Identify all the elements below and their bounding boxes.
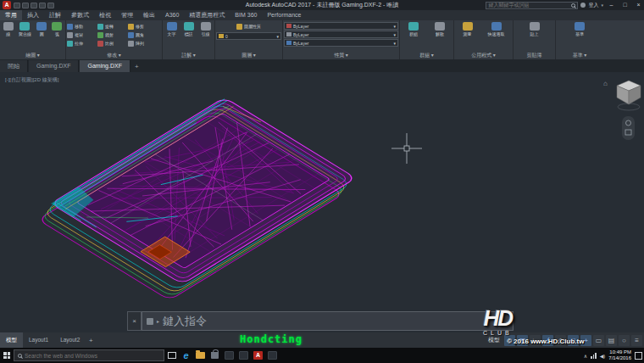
- taskbar-search-input[interactable]: [25, 353, 152, 359]
- modify-scale-button[interactable]: 比例: [97, 39, 128, 47]
- search-icon[interactable]: [571, 3, 575, 8]
- layout-tab-layout1[interactable]: Layout1: [23, 332, 54, 348]
- annotation-leader-button[interactable]: 引線: [201, 22, 211, 36]
- lineweight-display-icon[interactable]: ▤: [606, 335, 617, 346]
- drawing-area[interactable]: [-][自訂視圖][2D 線架構]: [0, 72, 644, 332]
- pinned-app-button[interactable]: [222, 349, 236, 362]
- recent-commands-icon[interactable]: ▸: [157, 318, 159, 324]
- chevron-down-icon[interactable]: ▾: [601, 3, 603, 8]
- panel-name-groups[interactable]: 群組 ▾: [400, 51, 453, 59]
- edge-browser-button[interactable]: e: [179, 349, 193, 362]
- tab-performance[interactable]: Performance: [262, 10, 306, 20]
- new-file-icon[interactable]: [14, 3, 20, 8]
- panel-name-draw[interactable]: 繪圖 ▾: [0, 51, 65, 59]
- undo-icon[interactable]: [39, 3, 46, 8]
- tab-a360[interactable]: A360: [160, 10, 184, 20]
- layout-tab-layout2[interactable]: Layout2: [54, 332, 86, 348]
- sign-in-label[interactable]: 登入: [588, 2, 598, 9]
- taskbar-search-box[interactable]: [14, 349, 164, 361]
- help-search-box[interactable]: [486, 2, 578, 9]
- panel-name-modify[interactable]: 修改 ▾: [66, 51, 162, 59]
- layer-properties-button[interactable]: 圖層性質: [216, 22, 281, 31]
- taskbar-clock[interactable]: 10:49 PM 7/14/2016: [608, 349, 631, 361]
- app-menu-icon[interactable]: A: [3, 1, 11, 9]
- viewcube[interactable]: ⌂: [603, 80, 641, 110]
- new-drawing-tab-button[interactable]: +: [131, 61, 142, 72]
- model-viewport[interactable]: ⌂: [0, 72, 644, 332]
- paste-button[interactable]: 貼上: [530, 22, 540, 36]
- annotation-scale-icon[interactable]: ○: [619, 335, 630, 346]
- navigation-bar[interactable]: [622, 116, 635, 140]
- object-color-dropdown[interactable]: ByLayer ▾: [284, 22, 398, 30]
- customize-menu-icon[interactable]: ≡: [631, 335, 642, 346]
- draw-line-button[interactable]: 線: [3, 22, 14, 36]
- network-icon[interactable]: [591, 353, 597, 359]
- panel-name-base[interactable]: 基準 ▾: [556, 51, 603, 59]
- file-tab-gaming-2-active[interactable]: Gaming.DXF: [80, 60, 130, 72]
- draw-arc-button[interactable]: 弧: [52, 22, 62, 36]
- new-layout-button[interactable]: +: [86, 337, 96, 344]
- modify-copy-button[interactable]: 複製: [67, 31, 97, 39]
- tab-view[interactable]: 檢視: [94, 10, 116, 20]
- modify-mirror-button[interactable]: 鏡射: [97, 31, 128, 39]
- volume-icon[interactable]: ◀): [600, 353, 606, 359]
- modify-fillet-button[interactable]: 圓角: [128, 31, 158, 39]
- file-tab-gaming-1[interactable]: Gaming.DXF: [29, 60, 79, 72]
- draw-circle-button[interactable]: 圓: [36, 22, 47, 36]
- start-button[interactable]: [0, 348, 14, 363]
- panel-name-properties[interactable]: 性質 ▾: [283, 51, 399, 59]
- tray-expand-icon[interactable]: ∧: [584, 353, 587, 359]
- modify-rotate-button[interactable]: 旋轉: [97, 22, 128, 31]
- maximize-button[interactable]: □: [619, 0, 630, 10]
- lineweight-dropdown[interactable]: ByLayer ▾: [284, 39, 398, 47]
- tab-annotate[interactable]: 註解: [44, 10, 66, 20]
- autocad-taskbar-button[interactable]: A: [251, 349, 265, 362]
- measure-button[interactable]: 測量: [463, 22, 473, 36]
- command-input[interactable]: ▸ 鍵入指令: [142, 311, 514, 331]
- layer-dropdown[interactable]: 0 ▾: [216, 32, 281, 40]
- store-button[interactable]: [208, 349, 222, 362]
- file-explorer-button[interactable]: [193, 349, 208, 362]
- redo-icon[interactable]: [47, 3, 54, 8]
- quick-select-button[interactable]: 快速選取: [488, 22, 505, 36]
- help-search-input[interactable]: [488, 3, 569, 8]
- pinned-app-button[interactable]: [236, 349, 251, 362]
- panel-name-clipboard[interactable]: 剪貼簿: [514, 51, 555, 59]
- draw-polyline-button[interactable]: 聚合線: [19, 22, 31, 36]
- task-view-button[interactable]: [164, 349, 179, 362]
- action-center-icon[interactable]: [635, 352, 642, 360]
- modify-trim-button[interactable]: 修剪: [128, 22, 158, 31]
- linetype-dropdown[interactable]: ByLayer ▾: [284, 31, 398, 38]
- command-line-dock[interactable]: × ▸ 鍵入指令: [127, 311, 514, 331]
- annotation-text-button[interactable]: 文字: [167, 22, 177, 36]
- panel-name-utilities[interactable]: 公用程式 ▾: [454, 51, 513, 59]
- close-button[interactable]: ×: [633, 0, 644, 10]
- group-button[interactable]: 群組: [408, 22, 419, 36]
- tab-insert[interactable]: 插入: [22, 10, 44, 20]
- tab-output[interactable]: 輸出: [138, 10, 160, 20]
- file-tab-start[interactable]: 開始: [0, 60, 28, 72]
- modify-stretch-button[interactable]: 拉伸: [67, 39, 97, 47]
- panel-name-layers[interactable]: 圖層 ▾: [215, 51, 282, 59]
- viewport-controls[interactable]: [-][自訂視圖][2D 線架構]: [5, 76, 58, 84]
- ungroup-button[interactable]: 解散: [435, 22, 445, 36]
- tab-parametric[interactable]: 參數式: [66, 10, 94, 20]
- open-file-icon[interactable]: [22, 3, 29, 8]
- modify-move-button[interactable]: 移動: [67, 22, 97, 31]
- tab-bim360[interactable]: BIM 360: [230, 10, 262, 20]
- dynamic-input-icon[interactable]: ▭: [593, 335, 604, 346]
- tab-home[interactable]: 常用: [0, 10, 22, 20]
- tab-manage[interactable]: 管理: [116, 10, 138, 20]
- command-close-button[interactable]: ×: [127, 311, 142, 331]
- modify-array-button[interactable]: 陣列: [128, 39, 158, 47]
- panel-name-annotation[interactable]: 註解 ▾: [163, 51, 214, 59]
- model-space-indicator[interactable]: 模型: [488, 336, 500, 344]
- minimize-button[interactable]: –: [606, 0, 617, 10]
- tab-featured-apps[interactable]: 精選應用程式: [184, 10, 230, 20]
- save-icon[interactable]: [31, 3, 37, 8]
- base-button[interactable]: 基準: [575, 22, 585, 36]
- pinned-app-button[interactable]: [265, 349, 280, 362]
- wireframe-model[interactable]: [51, 98, 356, 284]
- annotation-dimension-button[interactable]: 標註: [184, 22, 194, 36]
- layout-tab-model[interactable]: 模型: [0, 332, 23, 348]
